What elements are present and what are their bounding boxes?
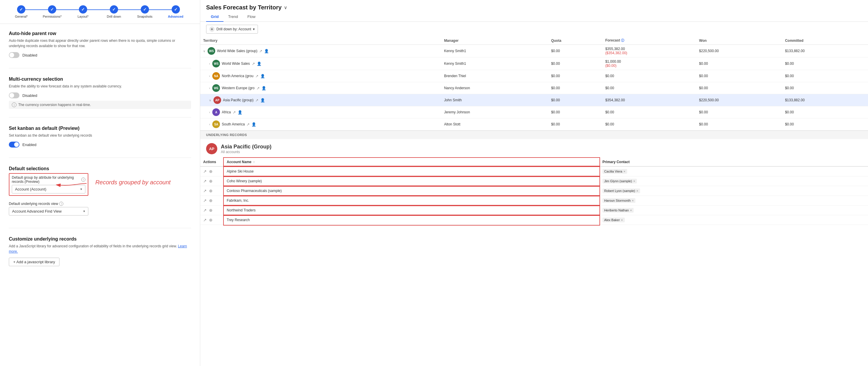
quota-cell-0: $0.00: [548, 45, 602, 57]
more-icon-2[interactable]: ⊕: [209, 188, 213, 193]
expand-icon-6[interactable]: ›: [209, 123, 210, 126]
underlying-account-5: Trey Research: [224, 215, 599, 225]
underlying-row: ↗ ⊕ Coho Winery (sample) Jim Glynn (samp…: [200, 176, 868, 186]
won-cell-1: $0.00: [696, 57, 782, 70]
person-icon-6[interactable]: 👤: [251, 122, 256, 127]
drill-icon: ⊕: [209, 27, 215, 32]
contact-remove-5[interactable]: ×: [621, 218, 623, 222]
annotation-container: Records grouped by account: [95, 179, 171, 186]
edit-icon-5[interactable]: ↗: [203, 218, 207, 222]
share-icon-4[interactable]: ↗: [255, 98, 258, 102]
forecast-cell-1: $1,000.00 ($0.00): [602, 57, 696, 70]
collapse-icon-0[interactable]: ∨: [203, 50, 205, 53]
territory-cell-4: ∨ AP Asia Pacific (group) ↗ 👤: [200, 94, 441, 106]
share-icon-3[interactable]: ↗: [256, 86, 260, 90]
committed-cell-2: $0.00: [782, 70, 868, 82]
tab-flow[interactable]: Flow: [243, 12, 260, 22]
tab-grid[interactable]: Grid: [206, 12, 223, 22]
share-icon-0[interactable]: ↗: [259, 49, 262, 53]
step-advanced-circle: ✓: [172, 5, 180, 13]
kanban-section: Set kanban as default (Preview) Set kanb…: [9, 126, 191, 158]
person-icon-1[interactable]: 👤: [257, 62, 261, 66]
row-icons-1: ↗ 👤: [252, 62, 261, 66]
row-icons-3: ↗ 👤: [256, 86, 266, 90]
default-selections-title: Default selections: [9, 166, 191, 171]
person-icon-0[interactable]: 👤: [264, 49, 269, 53]
expand-icon-4[interactable]: ∨: [209, 99, 211, 102]
contact-tag-2: Robert Lyon (sample) ×: [602, 188, 640, 193]
row-icons-5: ↗ 👤: [232, 110, 242, 115]
share-icon-1[interactable]: ↗: [252, 62, 255, 66]
more-icon-5[interactable]: ⊕: [209, 218, 213, 222]
forecast-header: Sales Forecast by Territory ∨: [200, 0, 868, 11]
tab-trend[interactable]: Trend: [223, 12, 243, 22]
multicurrency-toggle[interactable]: [9, 92, 20, 98]
underlying-actions-2: ↗ ⊕: [200, 186, 224, 196]
share-icon-2[interactable]: ↗: [255, 74, 258, 78]
view-select[interactable]: Account Advanced Find View ▾: [9, 207, 88, 216]
drill-down-button[interactable]: ⊕ Drill down by: Account ▾: [206, 25, 258, 34]
more-icon-0[interactable]: ⊕: [209, 169, 213, 174]
underlying-account-2: Contoso Pharmaceuticals (sample): [224, 186, 599, 196]
avatar-4: AP: [214, 96, 221, 104]
contact-remove-2[interactable]: ×: [636, 189, 638, 192]
step-permissions[interactable]: ✓ Permissions*: [37, 5, 68, 18]
person-icon-2[interactable]: 👤: [260, 74, 265, 78]
annotation-text: Records grouped by account: [95, 179, 171, 185]
expand-icon-1[interactable]: ›: [209, 62, 210, 65]
contact-remove-4[interactable]: ×: [630, 209, 632, 212]
forecast-sub-0: ($354,382.00): [606, 51, 693, 55]
won-cell-5: $0.00: [696, 106, 782, 118]
forecast-dropdown-icon[interactable]: ∨: [284, 5, 287, 10]
expand-icon-5[interactable]: ›: [209, 111, 210, 114]
edit-icon-3[interactable]: ↗: [203, 198, 207, 203]
kanban-title: Set kanban as default (Preview): [9, 126, 191, 131]
underlying-contact-2: Robert Lyon (sample) ×: [599, 186, 868, 196]
underlying-account-4: Northwind Traders: [224, 206, 599, 215]
share-icon-5[interactable]: ↗: [232, 110, 236, 115]
kanban-toggle-label: Enabled: [22, 143, 36, 147]
underlying-account-0: Alpine Ski House: [224, 166, 599, 176]
kanban-toggle[interactable]: [9, 142, 20, 148]
step-general[interactable]: ✓ General*: [6, 5, 37, 18]
forecast-grid: Territory Manager Quota Forecast ⓘ Won C…: [200, 36, 868, 130]
step-layout[interactable]: ✓ Layout*: [68, 5, 99, 18]
person-icon-3[interactable]: 👤: [261, 86, 266, 90]
person-icon-4[interactable]: 👤: [260, 98, 265, 102]
add-javascript-button[interactable]: + Add a javascript library: [9, 257, 60, 266]
committed-cell-5: $0.00: [782, 106, 868, 118]
more-icon-1[interactable]: ⊕: [209, 179, 213, 183]
share-icon-6[interactable]: ↗: [246, 122, 250, 127]
manager-cell-3: Nancy Anderson: [441, 82, 548, 94]
view-label: Default underlying records view i: [9, 202, 191, 206]
contact-remove-0[interactable]: ×: [623, 170, 625, 173]
territory-cell-0: ∨ WS World Wide Sales (group) ↗ 👤: [200, 45, 441, 57]
territory-name-3: Western Europe (gro: [222, 86, 254, 90]
edit-icon-4[interactable]: ↗: [203, 208, 207, 213]
currency-info-box: i The currency conversion happens in rea…: [9, 101, 191, 109]
person-icon-5[interactable]: 👤: [238, 110, 242, 115]
forecast-cell-3: $0.00: [602, 82, 696, 94]
edit-icon-1[interactable]: ↗: [203, 179, 207, 183]
expand-icon-3[interactable]: ›: [209, 87, 210, 90]
won-cell-2: $0.00: [696, 70, 782, 82]
step-drilldown[interactable]: ✓ Drill down: [98, 5, 129, 18]
contact-remove-1[interactable]: ×: [633, 179, 635, 183]
step-snapshots[interactable]: ✓ Snapshots: [129, 5, 160, 18]
step-advanced-label: Advanced: [168, 15, 183, 18]
contact-remove-3[interactable]: ×: [632, 199, 633, 202]
row-icons-2: ↗ 👤: [255, 74, 265, 78]
expand-icon-2[interactable]: ›: [209, 74, 210, 78]
edit-icon-2[interactable]: ↗: [203, 188, 207, 193]
row-icons-0: ↗ 👤: [259, 49, 269, 53]
autohide-toggle-row: Disabled: [9, 52, 191, 58]
more-icon-4[interactable]: ⊕: [209, 208, 213, 213]
autohide-toggle[interactable]: [9, 52, 20, 58]
territory-name-0: World Wide Sales (group): [217, 49, 257, 53]
edit-icon-0[interactable]: ↗: [203, 169, 207, 174]
forecast-row: ∨ WS World Wide Sales (group) ↗ 👤 Kenny …: [200, 45, 868, 57]
step-advanced[interactable]: ✓ Advanced: [160, 5, 191, 18]
contact-tag-0: Cacilia Viera ×: [602, 169, 627, 174]
underlying-col-account[interactable]: Account Name ↑: [224, 158, 599, 166]
more-icon-3[interactable]: ⊕: [209, 198, 213, 203]
